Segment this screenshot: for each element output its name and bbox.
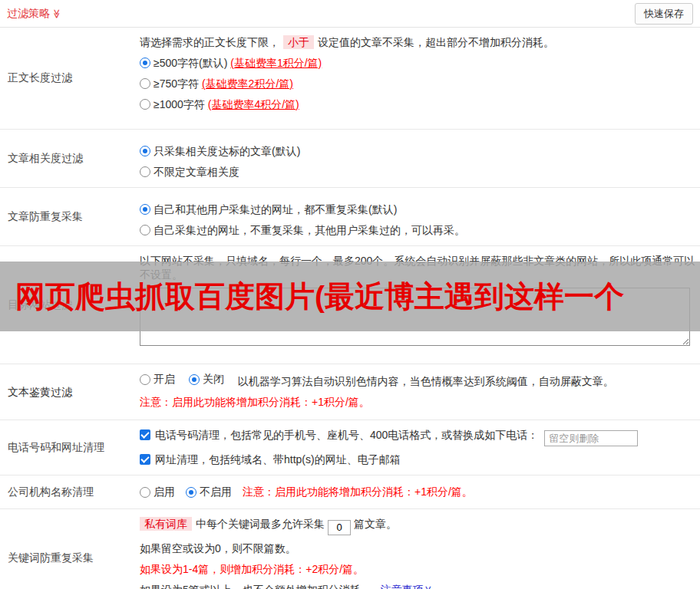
- length-intro: 请选择需求的正文长度下限，小于设定值的文章不采集，超出部分不增加积分消耗。: [140, 36, 695, 50]
- notice-link[interactable]: 注意事项≫: [381, 584, 434, 589]
- chevron-down-icon: ≫: [424, 585, 433, 589]
- radio-label: 启用: [154, 485, 175, 499]
- checkbox-label: 网址清理，包括纯域名、带http(s)的网址、电子邮箱: [155, 453, 401, 466]
- radio-option-porn-off[interactable]: 关闭: [189, 373, 224, 387]
- checkbox-checked-icon: [140, 454, 150, 465]
- length-intro-pre: 请选择需求的正文长度下限，: [140, 36, 279, 48]
- radio-unchecked-icon: [140, 487, 150, 498]
- rate-note: (基础费率4积分/篇): [208, 98, 299, 110]
- radio-checked-icon: [189, 374, 200, 385]
- keyword-note-five-text: 如果设为5篇或以上，也不会额外增加积分消耗。: [140, 584, 371, 589]
- less-than-tag: 小于: [283, 35, 314, 49]
- radio-label: 只采集相关度达标的文章(默认): [154, 145, 300, 157]
- radio-checked-icon: [140, 204, 150, 215]
- row-label-length: 正文长度过滤: [0, 28, 137, 129]
- page-title[interactable]: 过滤策略 ≫: [7, 7, 62, 21]
- replacement-phone-input[interactable]: [544, 430, 638, 446]
- radio-label: ≥1000字符: [154, 98, 208, 110]
- url-checkbox-line: 网址清理，包括纯域名、带http(s)的网址、电子邮箱: [140, 453, 695, 467]
- radio-option-relevance-strict[interactable]: 只采集相关度达标的文章(默认): [140, 145, 695, 159]
- row-label-relevance: 文章相关度过滤: [0, 130, 137, 187]
- keyword-note-unlimited: 如果留空或设为0，则不限篇数。: [140, 542, 695, 556]
- checkbox-checked-icon: [140, 429, 150, 440]
- radio-label: 自己采集过的网址，不重复采集，其他用户采集过的，可以再采。: [154, 224, 465, 236]
- radio-unchecked-icon: [140, 166, 150, 177]
- rate-note: (基础费率2积分/篇): [202, 77, 293, 90]
- length-intro-post: 设定值的文章不采集，超出部分不增加积分消耗。: [318, 36, 554, 48]
- radio-option-relevance-any[interactable]: 不限定文章相关度: [140, 166, 695, 179]
- radio-option-750[interactable]: ≥750字符 (基础费率2积分/篇): [140, 77, 695, 91]
- company-warning: 注意：启用此功能将增加积分消耗：+1积分/篇。: [243, 485, 473, 499]
- phone-clean-content: 电话号码清理，包括常见的手机号、座机号、400电话格式，或替换成如下电话： 网址…: [137, 420, 700, 475]
- radio-option-company-off[interactable]: 不启用: [186, 485, 232, 499]
- quick-save-button[interactable]: 快速保存: [635, 3, 693, 25]
- radio-unchecked-icon: [140, 374, 150, 385]
- radio-unchecked-icon: [140, 99, 150, 110]
- porn-filter-content: 开启 关闭 以机器学习算法自动识别色情内容，当色情概率达到系统阈值，自动屏蔽文章…: [137, 364, 700, 420]
- keyword-note-cost: 如果设为1-4篇，则增加积分消耗：+2积分/篇。: [140, 563, 695, 577]
- company-clean-content: 启用 不启用 注意：启用此功能将增加积分消耗：+1积分/篇。: [137, 475, 700, 508]
- row-label-porn: 文本鉴黄过滤: [0, 364, 137, 420]
- radio-option-dedup-self[interactable]: 自己采集过的网址，不重复采集，其他用户采集过的，可以再采。: [140, 224, 695, 238]
- porn-desc: 以机器学习算法自动识别色情内容，当色情概率达到系统阈值，自动屏蔽文章。: [238, 375, 614, 387]
- row-company-clean: 公司机构名称清理 启用 不启用 注意：启用此功能将增加积分消耗：+1积分/篇。: [0, 475, 700, 509]
- row-label-phone: 电话号码和网址清理: [0, 420, 137, 475]
- radio-unchecked-icon: [140, 225, 150, 235]
- row-length-filter: 正文长度过滤 请选择需求的正文长度下限，小于设定值的文章不采集，超出部分不增加积…: [0, 28, 700, 130]
- row-dedup-filter: 文章防重复采集 自己和其他用户采集过的网址，都不重复采集(默认) 自己采集过的网…: [0, 188, 700, 246]
- checkbox-phone-clean[interactable]: 电话号码清理，包括常见的手机号、座机号、400电话格式，或替换成如下电话：: [140, 429, 541, 441]
- row-porn-filter: 文本鉴黄过滤 开启 关闭 以机器学习算法自动识别色情内容，当色情概率达到系统阈值…: [0, 364, 700, 420]
- porn-warning: 注意：启用此功能将增加积分消耗：+1积分/篇。: [140, 396, 695, 410]
- radio-label: 开启: [154, 373, 175, 387]
- radio-option-500[interactable]: ≥500字符(默认) (基础费率1积分/篇): [140, 57, 695, 71]
- radio-option-1000[interactable]: ≥1000字符 (基础费率4积分/篇): [140, 98, 695, 112]
- checkbox-label: 电话号码清理，包括常见的手机号、座机号、400电话格式，或替换成如下电话：: [155, 429, 538, 441]
- radio-label: 不限定文章相关度: [154, 166, 239, 178]
- dedup-content: 自己和其他用户采集过的网址，都不重复采集(默认) 自己采集过的网址，不重复采集，…: [137, 188, 700, 245]
- length-filter-content: 请选择需求的正文长度下限，小于设定值的文章不采集，超出部分不增加积分消耗。 ≥5…: [137, 28, 700, 129]
- page-title-text: 过滤策略: [7, 7, 50, 21]
- keyword-limit-line: 私有词库中每个关键词最多允许采集篇文章。: [140, 518, 695, 535]
- row-phone-clean: 电话号码和网址清理 电话号码清理，包括常见的手机号、座机号、400电话格式，或替…: [0, 420, 700, 475]
- private-lexicon-tag: 私有词库: [140, 517, 192, 531]
- rate-note: (基础费率1积分/篇): [230, 57, 322, 69]
- keyword-limit-text: 中每个关键词最多允许采集: [196, 518, 325, 530]
- keyword-limit-end: 篇文章。: [354, 518, 397, 530]
- radio-checked-icon: [140, 58, 150, 68]
- row-keyword-dedup: 关键词防重复采集 私有词库中每个关键词最多允许采集篇文章。 如果留空或设为0，则…: [0, 509, 700, 589]
- radio-option-dedup-all[interactable]: 自己和其他用户采集过的网址，都不重复采集(默认): [140, 203, 695, 217]
- radio-option-porn-on[interactable]: 开启: [140, 373, 175, 387]
- chevron-down-icon: ≫: [52, 8, 61, 18]
- topbar: 过滤策略 ≫ 快速保存: [0, 0, 700, 28]
- porn-options-line: 开启 关闭 以机器学习算法自动识别色情内容，当色情概率达到系统阈值，自动屏蔽文章…: [140, 373, 695, 389]
- phone-checkbox-line: 电话号码清理，包括常见的手机号、座机号、400电话格式，或替换成如下电话：: [140, 429, 695, 446]
- radio-label: ≥500字符(默认): [154, 57, 230, 69]
- radio-label: 自己和其他用户采集过的网址，都不重复采集(默认): [154, 203, 397, 216]
- checkbox-url-clean[interactable]: 网址清理，包括纯域名、带http(s)的网址、电子邮箱: [140, 453, 401, 466]
- row-label-company: 公司机构名称清理: [0, 475, 137, 508]
- watermark-overlay: 网页爬虫抓取百度图片(最近博主遇到这样一个: [0, 262, 700, 331]
- row-label-keyword: 关键词防重复采集: [0, 509, 137, 589]
- row-label-dedup: 文章防重复采集: [0, 188, 137, 245]
- keyword-count-input[interactable]: [328, 520, 351, 535]
- keyword-note-five: 如果设为5篇或以上，也不会额外增加积分消耗。 注意事项≫: [140, 584, 695, 589]
- relevance-content: 只采集相关度达标的文章(默认) 不限定文章相关度: [137, 130, 700, 187]
- keyword-dedup-content: 私有词库中每个关键词最多允许采集篇文章。 如果留空或设为0，则不限篇数。 如果设…: [137, 509, 700, 589]
- radio-checked-icon: [140, 146, 150, 156]
- radio-option-company-on[interactable]: 启用: [140, 485, 175, 499]
- radio-checked-icon: [186, 487, 196, 498]
- radio-label: 关闭: [203, 373, 224, 387]
- radio-label: ≥750字符: [154, 77, 202, 90]
- radio-label: 不启用: [200, 485, 232, 499]
- row-relevance-filter: 文章相关度过滤 只采集相关度达标的文章(默认) 不限定文章相关度: [0, 130, 700, 188]
- watermark-text: 网页爬虫抓取百度图片(最近博主遇到这样一个: [0, 276, 624, 318]
- radio-unchecked-icon: [140, 78, 150, 89]
- notice-link-text: 注意事项: [381, 584, 424, 589]
